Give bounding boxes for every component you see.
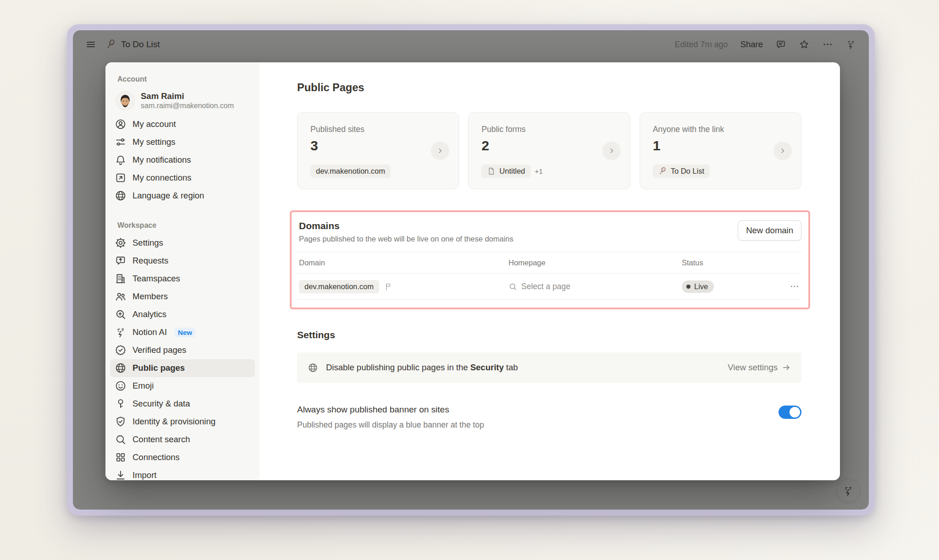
column-homepage: Homepage: [508, 258, 682, 267]
sidebar-item-label: Members: [133, 291, 168, 302]
sidebar-user-row[interactable]: Sam Raimi sam.raimi@makenotion.com: [109, 88, 256, 115]
homepage-placeholder: Select a page: [521, 282, 570, 291]
sidebar-item-label: Verified pages: [133, 345, 186, 355]
column-domain: Domain: [299, 258, 508, 267]
sidebar-item-my-connections[interactable]: My connections: [110, 169, 255, 187]
sidebar-item-label: Teamspaces: [133, 274, 180, 284]
card-count: 3: [310, 138, 446, 154]
sidebar-item-public-pages[interactable]: Public pages: [110, 359, 255, 377]
sidebar-item-label: My account: [133, 119, 176, 129]
settings-heading: Settings: [297, 329, 801, 340]
sidebar-item-my-settings[interactable]: My settings: [110, 133, 255, 151]
user-name: Sam Raimi: [141, 91, 234, 101]
arrow-right-icon: [782, 363, 791, 372]
search-icon: [508, 282, 517, 291]
chevron-right-icon: [436, 147, 444, 154]
sidebar-item-security-data[interactable]: Security & data: [110, 395, 255, 413]
chevron-right-button[interactable]: [602, 142, 621, 160]
domains-section-highlighted: Domains Pages published to the web will …: [290, 210, 810, 309]
sidebar-item-label: Notion AI: [133, 327, 167, 337]
sidebar-item-requests[interactable]: Requests: [110, 252, 255, 270]
sidebar-item-content-search[interactable]: Content search: [110, 431, 255, 449]
chevron-right-button[interactable]: [431, 142, 449, 160]
domains-subtitle: Pages published to the web will be live …: [299, 235, 738, 243]
verified-badge-icon: [115, 344, 127, 356]
domains-title: Domains: [299, 220, 738, 231]
sidebar-item-label: My settings: [133, 137, 176, 147]
card-anyone-with-link[interactable]: Anyone with the link 1 To Do List: [640, 112, 801, 189]
card-label: Published sites: [310, 125, 446, 134]
sidebar-item-members[interactable]: Members: [110, 288, 255, 306]
site-chip[interactable]: dev.makenotion.com: [310, 165, 391, 178]
sidebar-item-connections[interactable]: Connections: [110, 449, 255, 467]
avatar: [116, 91, 135, 110]
panel-title: Public Pages: [297, 82, 801, 94]
page-icon: [487, 167, 496, 176]
analytics-icon: [115, 308, 127, 320]
sidebar-item-teamspaces[interactable]: Teamspaces: [110, 270, 255, 288]
sidebar-item-label: Requests: [133, 256, 168, 266]
sidebar-item-label: Connections: [133, 452, 180, 462]
published-banner-toggle[interactable]: [779, 406, 801, 419]
person-circle-icon: [115, 118, 127, 130]
sidebar-item-label: Analytics: [133, 309, 166, 319]
page-chip[interactable]: To Do List: [653, 165, 710, 178]
homepage-select[interactable]: Select a page: [508, 282, 682, 291]
bell-icon: [115, 154, 127, 166]
building-icon: [115, 273, 127, 285]
live-dot-icon: [686, 285, 690, 289]
view-settings-link[interactable]: View settings: [728, 362, 791, 373]
sidebar-item-label: My notifications: [133, 155, 191, 165]
sidebar-section-account: Account: [117, 75, 256, 83]
card-count: 1: [653, 138, 788, 154]
summary-cards: Published sites 3 dev.makenotion.com Pub…: [297, 112, 801, 189]
sidebar-item-analytics[interactable]: Analytics: [110, 306, 255, 324]
chevron-right-icon: [779, 147, 786, 154]
sidebar-item-label: My connections: [133, 173, 192, 183]
form-chip[interactable]: Untitled: [481, 165, 530, 178]
card-label: Public forms: [481, 125, 617, 134]
sidebar-item-import[interactable]: Import: [110, 467, 255, 480]
smiley-icon: [115, 380, 127, 392]
gear-icon: [115, 237, 127, 249]
security-banner: Disable publishing public pages in the S…: [297, 352, 801, 383]
sidebar-section-workspace: Workspace: [117, 221, 256, 230]
sidebar-item-label: Security & data: [133, 399, 190, 409]
view-settings-label: View settings: [728, 362, 778, 373]
chip-label: dev.makenotion.com: [316, 167, 385, 176]
toggle-label: Always show published banner on sites: [297, 405, 779, 415]
column-status: Status: [682, 258, 779, 267]
sidebar-item-my-account[interactable]: My account: [110, 115, 255, 133]
flag-icon[interactable]: [384, 282, 393, 291]
chip-extra-count: +1: [535, 167, 543, 176]
banner-text: Disable publishing public pages in the S…: [326, 362, 720, 373]
sidebar-item-verified-pages[interactable]: Verified pages: [110, 341, 255, 359]
sidebar-item-emoji[interactable]: Emoji: [110, 377, 255, 395]
sidebar-item-language-region[interactable]: Language & region: [110, 187, 255, 205]
import-icon: [115, 469, 127, 480]
user-email: sam.raimi@makenotion.com: [141, 101, 234, 111]
chip-label: To Do List: [671, 167, 704, 176]
card-published-sites[interactable]: Published sites 3 dev.makenotion.com: [297, 112, 459, 189]
chevron-right-icon: [608, 147, 615, 154]
chevron-right-button[interactable]: [773, 142, 792, 160]
sidebar-item-label: Identity & provisioning: [133, 417, 215, 427]
sidebar-item-label: Import: [133, 470, 156, 480]
sidebar-item-identity-provisioning[interactable]: Identity & provisioning: [110, 413, 255, 431]
card-count: 2: [481, 138, 617, 154]
arrow-out-icon: [115, 172, 127, 184]
members-icon: [115, 291, 127, 302]
card-public-forms[interactable]: Public forms 2 Untitled +1: [468, 112, 630, 189]
status-label: Live: [694, 282, 708, 291]
search-icon: [115, 434, 127, 445]
globe-icon: [115, 190, 127, 202]
row-menu-button[interactable]: [779, 281, 800, 291]
sidebar-item-settings[interactable]: Settings: [110, 234, 255, 252]
sidebar-item-notion-ai[interactable]: Notion AI New: [110, 324, 255, 341]
sidebar-item-my-notifications[interactable]: My notifications: [110, 151, 255, 169]
key-icon: [115, 398, 127, 410]
domain-chip[interactable]: dev.makenotion.com: [299, 280, 379, 293]
new-domain-button[interactable]: New domain: [738, 220, 801, 241]
new-badge: New: [175, 328, 195, 337]
settings-modal: Account Sam Raimi sam.raimi@makenotion.c…: [105, 62, 840, 480]
